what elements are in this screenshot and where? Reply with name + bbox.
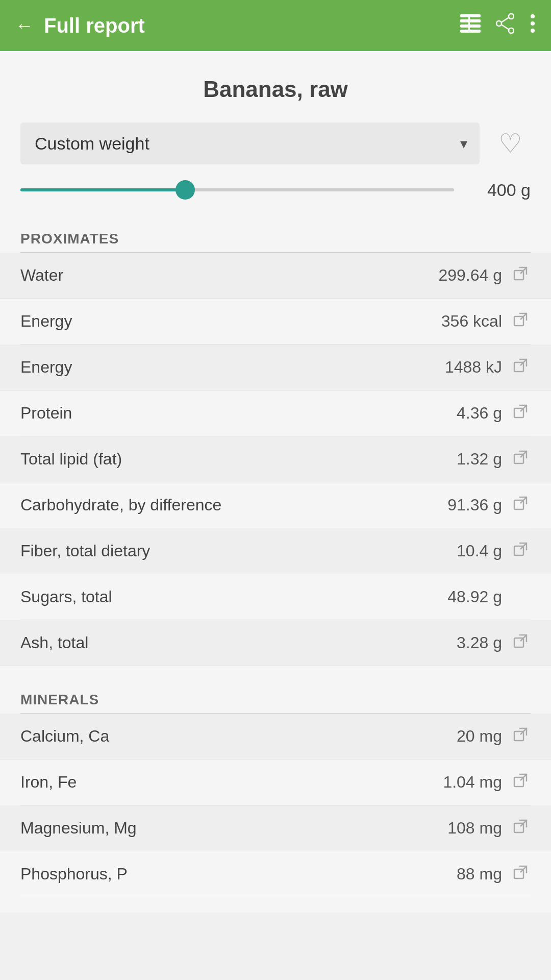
nutrient-value: 1.32 g [457, 450, 502, 469]
external-link-icon[interactable] [510, 312, 531, 330]
table-row: Energy1488 kJ [0, 345, 551, 390]
table-row: Carbohydrate, by difference91.36 g [20, 482, 531, 528]
nutrient-name: Protein [20, 404, 457, 423]
table-row: Sugars, total48.92 g [20, 574, 531, 620]
external-link-icon[interactable] [510, 634, 531, 652]
slider-fill [20, 188, 185, 191]
heart-icon: ♡ [498, 128, 522, 159]
nutrient-name: Energy [20, 358, 445, 377]
external-link-icon[interactable] [510, 819, 531, 837]
table-row: Fiber, total dietary10.4 g [0, 528, 551, 574]
nutrient-value: 91.36 g [447, 496, 502, 514]
table-row: Calcium, Ca20 mg [0, 714, 551, 760]
nutrient-name: Calcium, Ca [20, 727, 457, 746]
table-row: Total lipid (fat)1.32 g [0, 436, 551, 482]
nutrient-value: 1488 kJ [445, 358, 502, 377]
external-link-icon[interactable] [510, 496, 531, 514]
svg-point-7 [509, 28, 514, 33]
svg-point-12 [531, 29, 535, 33]
svg-rect-2 [460, 24, 481, 28]
external-link-icon[interactable] [510, 773, 531, 791]
list-icon[interactable] [460, 14, 481, 37]
svg-point-5 [509, 14, 514, 19]
slider-value-label: 400 g [469, 180, 531, 200]
svg-point-6 [496, 21, 502, 26]
weight-dropdown[interactable]: Custom weight [20, 122, 480, 164]
table-row: Water299.64 g [0, 253, 551, 299]
nutrient-name: Fiber, total dietary [20, 542, 457, 560]
table-row: Protein4.36 g [20, 390, 531, 436]
table-row: Magnesium, Mg108 mg [0, 805, 551, 851]
nutrient-value: 4.36 g [457, 404, 502, 423]
slider-container [20, 180, 454, 200]
svg-line-9 [502, 24, 509, 29]
nutrient-value: 1.04 mg [443, 773, 502, 792]
nutrient-name: Water [20, 266, 438, 285]
svg-point-11 [531, 21, 535, 26]
food-title: Bananas, raw [20, 77, 531, 102]
table-row: Ash, total3.28 g [0, 620, 551, 666]
external-link-icon[interactable] [510, 404, 531, 422]
svg-rect-4 [468, 14, 470, 33]
nutrient-value: 3.28 g [457, 633, 502, 652]
nutrient-name: Energy [20, 312, 441, 331]
svg-rect-0 [460, 14, 481, 17]
external-link-icon[interactable] [510, 865, 531, 883]
nutrient-name: Phosphorus, P [20, 865, 457, 884]
more-icon[interactable] [530, 13, 536, 38]
main-content: Bananas, raw Custom weight ▾ ♡ 400 g PRO… [0, 51, 551, 913]
section-spacer [20, 666, 531, 681]
table-row: Energy356 kcal [20, 299, 531, 345]
svg-rect-3 [460, 30, 481, 33]
table-row: Phosphorus, P88 mg [20, 851, 531, 897]
weight-selector-row: Custom weight ▾ ♡ [20, 122, 531, 164]
nutrient-value: 356 kcal [441, 312, 502, 331]
header-left: ← Full report [15, 14, 145, 37]
header-actions [460, 13, 536, 38]
svg-rect-1 [460, 19, 481, 22]
external-link-icon[interactable] [510, 266, 531, 284]
nutrient-name: Iron, Fe [20, 773, 443, 792]
page-title: Full report [44, 14, 145, 37]
nutrient-value: 20 mg [457, 727, 502, 746]
back-button[interactable]: ← [15, 15, 34, 36]
nutrient-value: 10.4 g [457, 542, 502, 560]
external-link-icon[interactable] [510, 542, 531, 560]
nutrient-value: 299.64 g [438, 266, 502, 285]
slider-thumb[interactable] [176, 180, 195, 200]
external-link-icon[interactable] [510, 358, 531, 376]
weight-slider-row: 400 g [20, 180, 531, 200]
nutrition-sections: PROXIMATESWater299.64 g Energy356 kcal E… [20, 220, 531, 913]
nutrient-name: Ash, total [20, 633, 457, 652]
share-icon[interactable] [496, 13, 514, 38]
external-link-icon[interactable] [510, 450, 531, 468]
nutrient-value: 108 mg [447, 819, 502, 838]
table-row: Iron, Fe1.04 mg [20, 760, 531, 805]
section-header-proximates: PROXIMATES [20, 220, 531, 253]
slider-track [20, 188, 454, 191]
nutrient-name: Magnesium, Mg [20, 819, 447, 838]
svg-line-8 [502, 17, 509, 22]
nutrient-name: Total lipid (fat) [20, 450, 457, 469]
section-spacer [20, 897, 531, 913]
app-header: ← Full report [0, 0, 551, 51]
weight-dropdown-container: Custom weight ▾ [20, 122, 480, 164]
nutrient-name: Carbohydrate, by difference [20, 496, 447, 514]
nutrient-value: 88 mg [457, 865, 502, 884]
favorite-button[interactable]: ♡ [490, 123, 531, 164]
nutrient-value: 48.92 g [447, 587, 502, 606]
svg-point-10 [531, 14, 535, 18]
external-link-icon[interactable] [510, 727, 531, 745]
nutrient-name: Sugars, total [20, 587, 447, 606]
section-header-minerals: MINERALS [20, 681, 531, 714]
